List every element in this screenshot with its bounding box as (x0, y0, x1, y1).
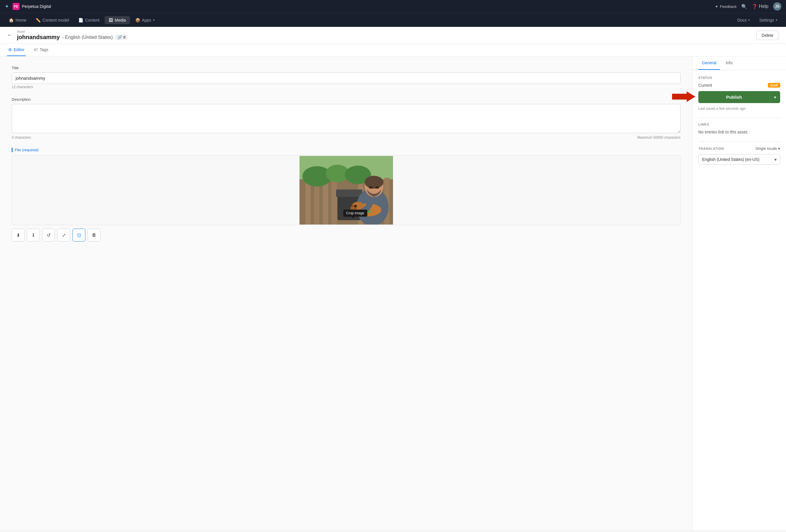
svg-point-19 (369, 186, 373, 189)
links-section-title: LINKS (698, 123, 780, 126)
svg-point-20 (375, 186, 379, 189)
title-input[interactable] (12, 72, 680, 84)
saved-text: Last saved a few seconds ago (698, 106, 780, 111)
editor-icon: ⚙ (8, 47, 12, 52)
locale-select[interactable]: English (United States) (en-US) (698, 154, 780, 165)
publish-dropdown-button[interactable]: ▾ (770, 91, 780, 103)
sidebar-tabs: General Info (693, 56, 786, 70)
tab-editor-label: Editor (14, 47, 25, 52)
title-label: Title (12, 66, 680, 70)
translation-header-row: TRANSLATION Single locale ▾ (698, 146, 780, 151)
sidebar-tab-info[interactable]: Info (722, 56, 736, 70)
publish-button-wrapper: Publish ▾ (698, 91, 780, 103)
chevron-down-icon: ▾ (774, 95, 776, 100)
asset-locale: - English (United States) (62, 35, 113, 40)
editor-area: Title 12 characters Description 0 charac… (0, 56, 693, 530)
nav-home-label: Home (16, 18, 26, 23)
single-locale-selector[interactable]: Single locale ▾ (755, 146, 780, 151)
nav-docs-label: Docs (738, 18, 747, 23)
title-field-group: Title 12 characters (12, 66, 680, 89)
tab-tags-label: Tags (40, 47, 48, 52)
workspace-selector[interactable]: PE Perpetua Digital (13, 3, 51, 10)
asset-bar: ← Asset johnandsammy - English (United S… (0, 27, 786, 44)
image-container: Crop image (12, 155, 680, 225)
nav-settings-label: Settings (759, 18, 774, 23)
divider-1 (698, 118, 780, 118)
description-hints: 0 characters Maximum 50000 characters (12, 134, 680, 140)
delete-button[interactable]: Delete (756, 31, 779, 40)
description-label: Description (12, 97, 680, 102)
crop-button[interactable]: ⊡ (72, 228, 85, 241)
nav-apps[interactable]: 📦 Apps ▾ (131, 16, 159, 24)
home-icon: 🏠 (9, 18, 14, 23)
nav-apps-label: Apps (142, 18, 152, 23)
asset-breadcrumb-label: Asset (17, 30, 128, 33)
nav-content-model[interactable]: ✏️ Content model (31, 16, 73, 24)
info-button[interactable]: ℹ (27, 228, 40, 241)
divider-2 (698, 141, 780, 142)
links-section: LINKS No entries link to this asset. (698, 123, 780, 134)
svg-point-25 (350, 207, 355, 209)
nav-settings[interactable]: Settings ▾ (755, 16, 781, 24)
link-count: 0 (123, 35, 125, 40)
download-button[interactable]: ⬇ (12, 228, 25, 241)
asset-info: Asset johnandsammy - English (United Sta… (17, 30, 128, 41)
description-char-count: 0 characters (12, 136, 31, 140)
publish-area: Publish ▾ (698, 91, 780, 103)
help-icon: ❓ (752, 4, 758, 9)
help-label: Help (759, 4, 768, 9)
tab-editor[interactable]: ⚙ Editor (7, 44, 26, 56)
content-wrapper: ← Asset johnandsammy - English (United S… (0, 27, 786, 530)
docs-chevron-icon: ▾ (748, 18, 750, 22)
svg-rect-15 (336, 190, 362, 197)
status-section-title: STATUS (698, 76, 780, 79)
translation-section: TRANSLATION Single locale ▾ English (Uni… (698, 146, 780, 165)
description-input[interactable] (12, 104, 680, 133)
single-locale-label: Single locale (755, 146, 777, 151)
sidebar-tab-general[interactable]: General (698, 56, 720, 70)
delete-image-button[interactable]: 🗑 (88, 228, 100, 241)
sparkle-icon: ✦ (715, 4, 718, 9)
file-label: File (required) (12, 148, 680, 152)
workspace-avatar: PE (13, 3, 20, 10)
tab-bar: ⚙ Editor 🏷 Tags (0, 44, 786, 56)
content-icon: 📄 (78, 18, 83, 23)
link-badge[interactable]: 🔗 0 (115, 34, 128, 40)
translation-chevron-icon: ▾ (778, 146, 780, 151)
current-label: Current (698, 83, 712, 88)
workspace-name: Perpetua Digital (22, 4, 51, 9)
nav-home[interactable]: 🏠 Home (5, 16, 30, 24)
draft-badge: Draft (768, 83, 780, 88)
description-max: Maximum 50000 characters (637, 136, 680, 140)
rotate-button[interactable]: ↺ (42, 228, 55, 241)
nav-content-label: Content (85, 18, 99, 23)
topbar-right: ✦ Feedback 🔍 ❓ Help JS (715, 2, 781, 10)
svg-point-18 (365, 176, 383, 189)
tab-tags[interactable]: 🏷 Tags (33, 44, 50, 56)
user-avatar[interactable]: JS (773, 2, 781, 10)
help-button[interactable]: ❓ Help (752, 4, 768, 9)
asset-name: johnandsammy (17, 34, 60, 41)
nav-media[interactable]: 🖼 Media (105, 16, 130, 24)
back-button[interactable]: ← (7, 32, 12, 38)
topbar: ✦ PE Perpetua Digital ✦ Feedback 🔍 ❓ Hel… (0, 0, 786, 13)
status-section: STATUS Current Draft (698, 76, 780, 111)
nav-content[interactable]: 📄 Content (74, 16, 103, 24)
contentful-logo[interactable]: ✦ (5, 3, 9, 10)
publish-button[interactable]: Publish (698, 91, 770, 103)
search-button[interactable]: 🔍 (741, 4, 747, 9)
tags-icon: 🏷 (34, 47, 38, 52)
nav-docs[interactable]: Docs ▾ (733, 16, 754, 24)
description-field-group: Description 0 characters Maximum 50000 c… (12, 97, 680, 140)
feedback-button[interactable]: ✦ Feedback (715, 4, 737, 9)
apps-chevron-icon: ▾ (153, 18, 155, 22)
expand-button[interactable]: ⤢ (57, 228, 70, 241)
main-body: Title 12 characters Description 0 charac… (0, 56, 786, 530)
settings-chevron-icon: ▾ (776, 18, 777, 22)
apps-icon: 📦 (135, 18, 140, 23)
nav-content-model-label: Content model (42, 18, 69, 23)
asset-title: johnandsammy - English (United States) 🔗… (17, 34, 128, 41)
svg-point-24 (354, 205, 357, 207)
crop-tooltip: Crop image (343, 210, 367, 217)
title-char-count: 12 characters (12, 85, 680, 89)
